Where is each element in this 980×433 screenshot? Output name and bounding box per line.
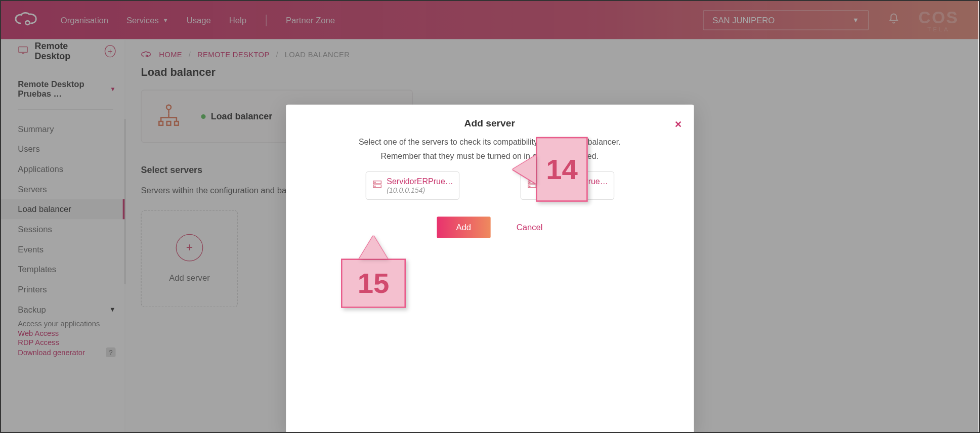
server-icon [527,179,536,191]
server-option-2[interactable]: ServidorERPruebasNa… (10.0.0.68) [520,171,614,200]
modal-title: Add server [301,117,678,128]
server-ip: (10.0.0.154) [387,186,456,194]
add-server-modal: ✕ Add server Select one of the servers t… [286,105,694,433]
modal-overlay: ✕ Add server Select one of the servers t… [1,1,978,433]
cancel-button[interactable]: Cancel [517,223,543,232]
add-button[interactable]: Add [437,216,490,238]
server-icon [372,179,381,191]
server-options: ServidorERPruebasNa… (10.0.0.154) Servid… [301,171,678,200]
modal-subtitle-1: Select one of the servers to check its c… [301,138,678,147]
svg-point-10 [374,186,375,187]
svg-point-9 [374,182,375,183]
server-name: ServidorERPruebasNa… [541,177,611,186]
server-name: ServidorERPruebasNa… [387,177,456,186]
close-icon[interactable]: ✕ [674,119,682,129]
modal-actions: Add Cancel [301,216,678,238]
modal-subtitle-2: Remember that they must be turned on in … [301,152,678,161]
svg-point-13 [529,182,530,183]
server-option-1[interactable]: ServidorERPruebasNa… (10.0.0.154) [365,171,459,200]
server-ip: (10.0.0.68) [541,186,611,194]
svg-point-14 [529,186,530,187]
